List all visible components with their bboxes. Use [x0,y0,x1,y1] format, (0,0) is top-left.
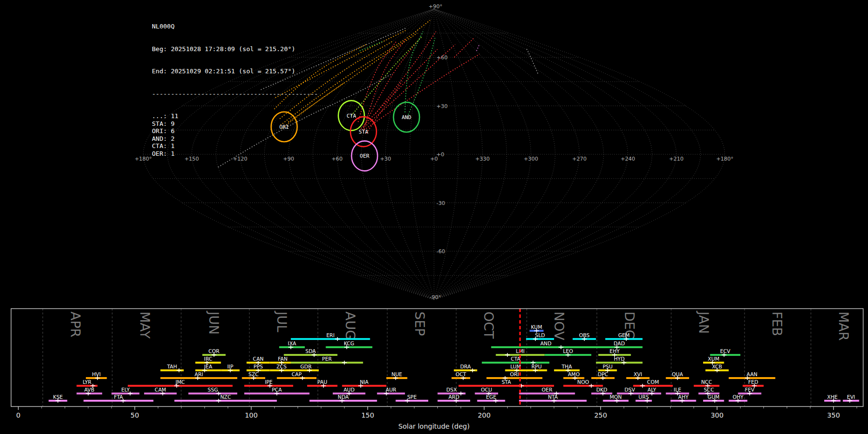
dec-label: -60 [436,248,445,255]
shower-count: OER: 1 [152,150,318,158]
bar-label-ARD: ARD [448,394,460,400]
bar-label-OCT: OCT [456,371,467,377]
x-tick-label: 350 [827,411,840,419]
session-begin: Beg: 20251028 17:28:09 (sol = 215.20°) [152,45,318,53]
session-end: End: 20251029 02:21:51 (sol = 215.57°) [152,68,318,75]
bar-label-ECV: ECV [720,348,731,354]
bar-label-SSG: SSG [208,387,218,393]
lon-label: +330 [475,156,489,162]
bar-label-ORI: ORI [510,371,519,377]
station-code: NL000Q [152,23,318,30]
bar-label-NCC: NCC [701,379,712,385]
bar-label-IXA: IXA [288,340,297,346]
bar-label-HYD: HYD [614,356,624,362]
bar-label-XUM: XUM [708,356,719,362]
lon-label: +30 [380,156,391,162]
month-label: APR [68,312,83,338]
shower-count: STA: 9 [152,120,318,128]
month-label: JUN [206,311,221,335]
bar-label-AUR: AUR [386,387,396,393]
bar-label-ERI: ERI [326,332,335,338]
radiant-label-STA: STA [359,129,368,135]
bar-label-THA: THA [561,364,572,369]
bar-label-NDA: NDA [338,394,349,400]
bar-label-OCU: OCU [481,387,492,393]
bar-label-NOO: NOO [577,379,589,385]
bar-label-RPU: RPU [531,364,542,369]
bar-label-FED: FED [748,379,758,385]
bar-label-GUM: GUM [707,394,719,400]
dec-label: -90° [430,294,441,300]
month-label: JAN [696,311,711,334]
bar-label-AHY: AHY [678,394,689,400]
bar-label-GDR: GDR [300,364,312,369]
dec-label: +90° [429,3,443,10]
month-label: MAR [836,312,851,341]
bar-label-CAM: CAM [155,387,166,393]
meteor-trail [361,49,437,128]
bar-label-AAN: AAN [746,371,758,377]
bar-label-GEM: GEM [618,332,630,338]
shower-count: ORI: 6 [152,127,318,135]
meteor-trail [454,38,474,57]
bar-label-FTA: FTA [114,394,123,400]
x-tick-label: 50 [131,411,139,419]
shower-count: AND: 2 [152,135,318,143]
bar-label-IPE: IPE [265,379,272,385]
lon-label: +210 [669,156,683,162]
bar-label-HVI: HVI [92,371,101,377]
dec-label: -30 [436,200,445,206]
meteor-trail [407,38,435,117]
bar-label-XHE: XHE [827,394,838,400]
bar-label-DAD: DAD [614,340,625,346]
meteor-trail [526,48,538,74]
bar-label-NTA: NTA [548,394,558,400]
bar-label-AMO: AMO [568,371,580,377]
bar-label-KCG: KCG [344,340,354,346]
radiant-label-OER: OER [360,153,369,159]
lon-label: +270 [572,156,586,162]
lon-label: +60 [331,156,342,162]
x-tick-label: 0 [16,411,21,419]
bar-label-LYR: LYR [82,379,91,385]
bar-label-STA: STA [502,379,511,385]
radiant-label-CTA: CTA [347,113,356,119]
meteor-trail [364,54,479,130]
divider: ----------------------------------------… [152,90,318,98]
lon-label: +180° [716,156,733,162]
bar-label-SPE: SPE [407,394,417,400]
lon-label: +240 [621,156,635,162]
x-tick-label: 300 [711,411,724,419]
month-label: MAY [137,312,152,339]
lon-label: +180° [135,156,152,162]
bar-label-COM: COM [647,379,659,385]
shower-count: ...: 11 [152,112,318,120]
bar-label-DRA: DRA [460,364,471,369]
bar-label-DSV: DSV [624,387,636,393]
bar-label-ELY: ELY [121,387,130,393]
bar-label-EVI: EVI [847,394,855,400]
month-label: FEB [770,312,785,336]
radiant-label-AND: AND [402,114,411,121]
bar-label-TAH: TAH [166,364,177,369]
bar-label-AVB: AVB [84,387,95,393]
bar-label-PAU: PAU [317,379,327,385]
bar-label-EGE: EGE [486,394,496,400]
bar-label-ARI: ARI [195,371,203,377]
meteor-trail [476,44,479,51]
month-label: NOV [552,312,567,340]
bar-label-IRC: IRC [204,356,212,362]
x-tick-label: 200 [478,411,491,419]
month-label: AUG [343,312,358,340]
bar-label-CAP: CAP [292,371,302,377]
bar-label-SCC: SCC [704,387,714,393]
lon-label: +0 [430,156,438,162]
bar-label-FAN: FAN [278,356,287,362]
radiant-sky-map: +90°+60+30+0-30-60-90°+180°+150+120+90+6… [0,0,868,304]
bar-label-NUE: NUE [392,371,402,377]
bar-label-OER: OER [542,387,552,393]
bar-label-MON: MON [610,394,622,400]
x-tick-label: 150 [361,411,374,419]
x-axis-title: Solar longitude (deg) [398,422,470,430]
lon-label: +300 [524,156,538,162]
